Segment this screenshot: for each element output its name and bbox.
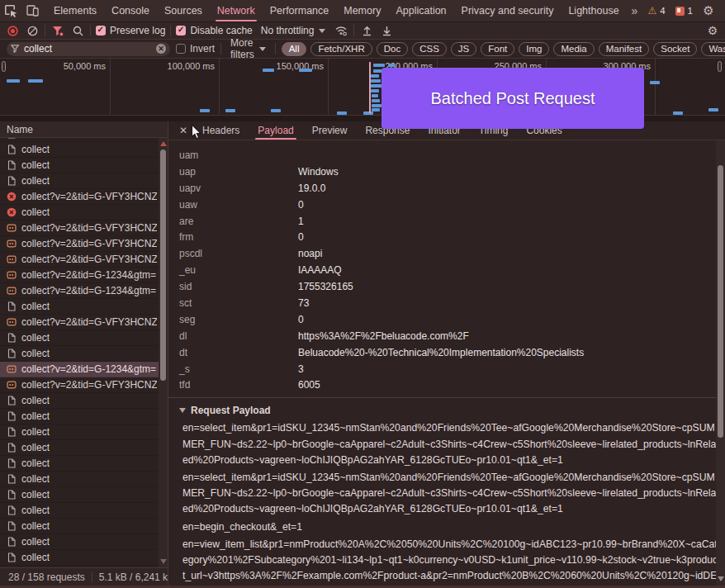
scroll-up-arrow-icon[interactable] — [160, 141, 167, 146]
list-item[interactable]: collect — [0, 330, 168, 346]
detail-tab-preview[interactable]: Preview — [303, 121, 357, 140]
list-item[interactable]: collect — [0, 550, 168, 566]
scrollbar-thumb[interactable] — [718, 165, 723, 438]
list-item[interactable]: collect?v=2&tid=G-VFY3HCNZL… — [0, 220, 168, 236]
list-item[interactable]: collect — [0, 346, 168, 362]
list-item[interactable]: collect — [0, 534, 168, 550]
tab-application[interactable]: Application — [388, 0, 453, 21]
kebab-menu-icon[interactable]: ⋮ — [719, 0, 725, 21]
list-item[interactable]: collect?v=2&tid=G-VFY3HCNZL… — [0, 315, 168, 330]
list-item[interactable]: collect — [0, 142, 168, 158]
doc-icon — [7, 396, 17, 405]
list-item[interactable]: collect — [0, 503, 168, 519]
list-item[interactable]: collect — [0, 440, 168, 456]
request-name: collect — [21, 138, 50, 140]
issues-badge[interactable]: 1 — [671, 0, 698, 21]
list-item[interactable]: collect — [0, 158, 168, 173]
filter-chip-font[interactable]: Font — [481, 42, 514, 56]
console-warnings-badge[interactable]: ⚠ 4 — [642, 0, 670, 21]
record-network-log-icon[interactable] — [5, 24, 20, 37]
filter-icon[interactable] — [50, 24, 65, 37]
clear-filter-icon[interactable]: ✕ — [156, 44, 166, 54]
inspect-element-icon[interactable] — [0, 0, 21, 21]
list-item[interactable]: collect?v=2&tid=G-VFY3HCNZL… — [0, 252, 168, 268]
filter-chip-manifest[interactable]: Manifest — [599, 42, 649, 56]
list-item[interactable]: collect?v=2&tid=G-1234&gtm=… — [0, 268, 168, 283]
xhr-icon — [7, 254, 17, 264]
filter-chip-fetch-xhr[interactable]: Fetch/XHR — [310, 42, 372, 56]
param-value: https%3A%2F%2Fbeluacode.com%2F — [298, 330, 469, 342]
tab-memory[interactable]: Memory — [336, 0, 388, 21]
timeline-range-handle[interactable] — [718, 61, 722, 72]
tab-elements[interactable]: Elements — [46, 0, 104, 21]
request-name: collect?v=2&tid=G-VFY3HCNZL… — [21, 238, 157, 249]
timeline-range-handle[interactable] — [2, 61, 6, 72]
list-item[interactable]: collect — [0, 456, 168, 472]
request-name: collect — [21, 473, 50, 485]
device-toolbar-icon[interactable] — [21, 0, 43, 21]
import-har-icon[interactable] — [359, 24, 374, 37]
filter-chip-js[interactable]: JS — [451, 42, 476, 56]
request-list-scrollbar[interactable] — [159, 138, 168, 567]
list-item[interactable]: collect — [0, 173, 168, 189]
settings-gear-icon[interactable]: ⚙ — [698, 0, 719, 21]
request-payload-section-header[interactable]: Request Payload — [179, 398, 713, 420]
filter-chip-wasm[interactable]: Wasm — [701, 42, 725, 56]
list-item[interactable]: collect?v=2&tid=G-1234&gtm=… — [0, 362, 168, 377]
invert-filter-toggle[interactable]: Invert — [176, 43, 215, 55]
name-column-header[interactable]: Name — [0, 121, 168, 138]
list-item[interactable]: collect?v=2&tid=G-VFY3HCNZL… — [0, 189, 168, 205]
list-item[interactable]: collect — [0, 472, 168, 487]
list-item[interactable]: collect — [0, 205, 168, 220]
more-filters-select[interactable]: More filters — [227, 37, 269, 60]
filter-chip-img[interactable]: Img — [519, 42, 549, 56]
param-value: IAAAAAQ — [298, 264, 342, 276]
network-conditions-icon[interactable] — [334, 24, 348, 37]
network-settings-gear-icon[interactable]: ⚙ — [705, 24, 720, 37]
list-item[interactable]: collect — [0, 566, 168, 567]
list-item[interactable]: collect — [0, 519, 168, 534]
scrollbar-thumb[interactable] — [160, 149, 166, 381]
list-item[interactable]: collect?v=2&tid=G-VFY3HCNZL… — [0, 377, 168, 393]
request-timeline-bar — [225, 109, 235, 112]
filter-chip-css[interactable]: CSS — [412, 42, 447, 56]
search-icon[interactable] — [70, 24, 85, 37]
filter-input-box[interactable]: ✕ — [7, 42, 170, 56]
more-panels-icon[interactable]: » — [627, 0, 643, 21]
list-item[interactable]: collect?v=2&tid=G-1234&gtm=… — [0, 283, 168, 299]
request-name: collect — [21, 332, 50, 344]
filter-chip-doc[interactable]: Doc — [377, 42, 408, 56]
list-item[interactable]: collect — [0, 424, 168, 440]
tab-console[interactable]: Console — [104, 0, 157, 21]
scroll-down-arrow-icon[interactable] — [718, 576, 724, 581]
preserve-log-toggle[interactable]: Preserve log — [96, 25, 165, 36]
list-item[interactable]: collect — [0, 409, 168, 424]
disable-cache-toggle[interactable]: Disable cache — [176, 25, 252, 36]
filter-chip-socket[interactable]: Socket — [653, 42, 697, 56]
clear-network-log-icon[interactable] — [25, 24, 40, 37]
list-item[interactable]: collect — [0, 393, 168, 409]
list-item[interactable]: collect?v=2&tid=G-VFY3HCNZL… — [0, 236, 168, 252]
tab-performance[interactable]: Performance — [263, 0, 337, 21]
list-item[interactable]: collect — [0, 487, 168, 503]
disable-cache-checkbox[interactable] — [176, 26, 186, 36]
tab-network[interactable]: Network — [210, 0, 263, 21]
param-key: are — [179, 216, 298, 227]
tab-sources[interactable]: Sources — [157, 0, 210, 21]
request-name: collect?v=2&tid=G-VFY3HCNZL… — [21, 379, 157, 391]
filter-chip-media[interactable]: Media — [553, 42, 594, 56]
detail-tab-payload[interactable]: Payload — [249, 121, 302, 140]
scroll-down-arrow-icon[interactable] — [160, 559, 167, 564]
preserve-log-checkbox[interactable] — [96, 26, 106, 36]
invert-checkbox[interactable] — [176, 44, 186, 54]
details-scrollbar[interactable] — [716, 140, 725, 586]
param-row: frm0 — [179, 229, 713, 245]
tab-lighthouse[interactable]: Lighthouse — [561, 0, 626, 21]
filter-input[interactable] — [24, 43, 152, 55]
throttling-select[interactable]: No throttling — [258, 25, 329, 36]
list-item[interactable]: collect — [0, 299, 168, 315]
filter-chip-all[interactable]: All — [282, 42, 307, 56]
request-timeline-bar — [271, 109, 281, 112]
tab-privacy-and-security[interactable]: Privacy and security — [454, 0, 562, 21]
export-har-icon[interactable] — [379, 24, 394, 37]
